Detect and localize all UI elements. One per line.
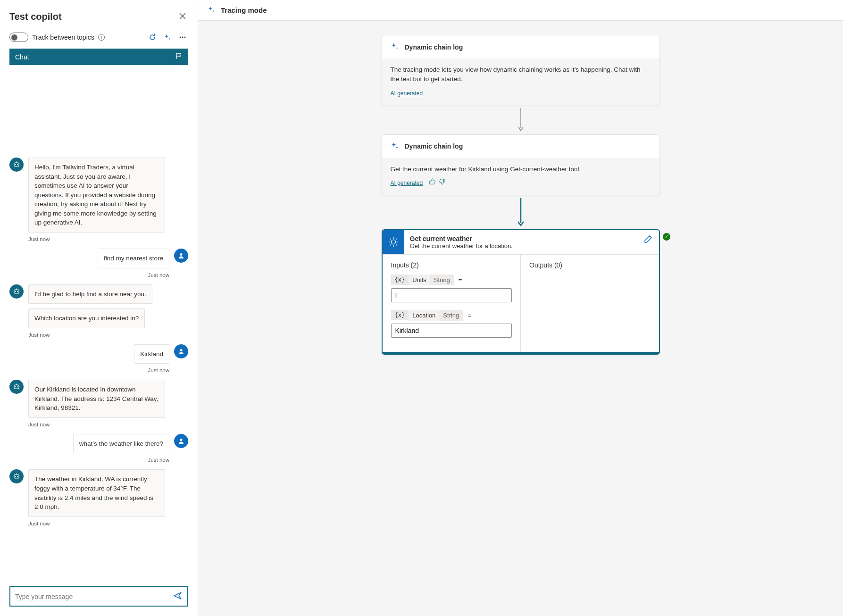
bot-bubble: I'd be glad to help find a store near yo… bbox=[28, 284, 152, 304]
user-message-row: what's the weather like there? bbox=[9, 434, 188, 454]
timestamp: Just now bbox=[9, 235, 188, 246]
svg-point-12 bbox=[180, 349, 183, 351]
sidebar-title: Test copilot bbox=[9, 11, 62, 22]
user-avatar-icon bbox=[174, 249, 188, 263]
flag-icon[interactable] bbox=[175, 52, 183, 61]
weather-icon bbox=[383, 230, 404, 254]
outputs-title: Outputs (0) bbox=[529, 261, 651, 269]
svg-line-30 bbox=[396, 245, 397, 246]
tool-subtitle: Get the current weather for a location. bbox=[410, 242, 632, 250]
chain-log-node[interactable]: Dynamic chain log The tracing mode lets … bbox=[382, 35, 660, 105]
svg-point-15 bbox=[17, 386, 18, 387]
timestamp: Just now bbox=[9, 366, 188, 377]
svg-line-32 bbox=[396, 239, 397, 240]
bot-message-row: Which location are you interested in? bbox=[9, 308, 188, 328]
connector-arrow bbox=[382, 195, 660, 229]
node-body-text: Get the current weather for Kirkland usi… bbox=[391, 165, 651, 174]
refresh-icon[interactable] bbox=[147, 32, 158, 43]
main-title: Tracing mode bbox=[221, 6, 267, 14]
ai-generated-link[interactable]: AI generated bbox=[391, 89, 423, 98]
more-icon[interactable] bbox=[177, 32, 188, 43]
svg-rect-18 bbox=[14, 474, 19, 478]
bot-message-row: Our Kirkland is located in downtown Kirk… bbox=[9, 380, 188, 418]
param-units: {x} Units String = bbox=[391, 275, 512, 302]
track-toggle[interactable] bbox=[9, 33, 28, 42]
user-bubble: what's the weather like there? bbox=[73, 434, 169, 454]
sparkle-icon bbox=[208, 6, 215, 15]
svg-rect-13 bbox=[14, 385, 19, 389]
chat-tab-label: Chat bbox=[15, 53, 29, 61]
variable-icon: {x} bbox=[391, 310, 409, 320]
bot-message-row: Hello, I'm Tailwind Traders, a virtual a… bbox=[9, 158, 188, 233]
timestamp: Just now bbox=[9, 271, 188, 282]
svg-point-5 bbox=[17, 164, 18, 165]
thumbs-down-icon[interactable] bbox=[439, 178, 445, 188]
chat-input[interactable] bbox=[15, 593, 173, 600]
sidebar-header: Test copilot bbox=[0, 0, 198, 29]
svg-line-29 bbox=[390, 239, 391, 240]
chat-tab[interactable]: Chat bbox=[9, 49, 188, 65]
send-icon[interactable] bbox=[173, 591, 183, 602]
variable-icon: {x} bbox=[391, 275, 409, 285]
svg-point-4 bbox=[15, 164, 16, 165]
timestamp: Just now bbox=[9, 520, 188, 530]
svg-point-7 bbox=[180, 253, 183, 256]
svg-line-31 bbox=[390, 245, 391, 246]
param-name: Location bbox=[409, 310, 439, 321]
chat-input-container bbox=[9, 586, 188, 607]
connector-arrow bbox=[382, 105, 660, 134]
thumbs-up-icon[interactable] bbox=[429, 178, 436, 188]
svg-point-0 bbox=[180, 37, 181, 38]
sparkle-icon bbox=[391, 42, 399, 52]
node-title: Dynamic chain log bbox=[405, 142, 463, 150]
ai-generated-link[interactable]: AI generated bbox=[391, 179, 423, 187]
location-input[interactable] bbox=[391, 324, 512, 338]
svg-point-1 bbox=[182, 37, 184, 38]
param-type: String bbox=[430, 275, 454, 285]
track-label: Track between topics bbox=[32, 33, 94, 41]
chain-log-node[interactable]: Dynamic chain log Get the current weathe… bbox=[382, 134, 660, 195]
sidebar-toolbar: Track between topics i bbox=[0, 29, 198, 49]
svg-point-14 bbox=[15, 386, 16, 387]
test-copilot-sidebar: Test copilot Track between topics i Chat bbox=[0, 0, 198, 616]
user-message-row: Kirkland bbox=[9, 344, 188, 364]
bot-avatar-icon bbox=[9, 380, 24, 394]
timestamp: Just now bbox=[9, 331, 188, 341]
info-icon[interactable]: i bbox=[98, 34, 105, 41]
edit-icon[interactable] bbox=[637, 230, 659, 254]
user-message-row: find my nearest store bbox=[9, 249, 188, 268]
chat-body[interactable]: Hello, I'm Tailwind Traders, a virtual a… bbox=[0, 65, 198, 583]
sparkle-icon[interactable] bbox=[162, 32, 173, 43]
svg-point-9 bbox=[15, 291, 16, 292]
equals-label: = bbox=[463, 310, 476, 321]
user-bubble: find my nearest store bbox=[98, 249, 169, 268]
user-bubble: Kirkland bbox=[134, 344, 169, 364]
units-input[interactable] bbox=[391, 288, 512, 302]
bot-avatar-icon bbox=[9, 284, 24, 299]
svg-rect-8 bbox=[14, 290, 19, 293]
success-badge-icon: ✓ bbox=[663, 233, 670, 241]
svg-point-10 bbox=[17, 291, 18, 292]
param-location: {x} Location String = bbox=[391, 310, 512, 338]
node-title: Dynamic chain log bbox=[405, 43, 463, 51]
svg-point-24 bbox=[391, 240, 395, 244]
svg-point-17 bbox=[180, 439, 183, 441]
tool-title: Get current weather bbox=[410, 235, 632, 242]
timestamp: Just now bbox=[9, 421, 188, 431]
inputs-title: Inputs (2) bbox=[391, 261, 512, 269]
user-avatar-icon bbox=[174, 344, 188, 358]
bot-bubble: The weather in Kirkland, WA is currently… bbox=[28, 469, 165, 516]
close-icon[interactable] bbox=[177, 9, 188, 24]
canvas[interactable]: Dynamic chain log The tracing mode lets … bbox=[198, 21, 843, 616]
bot-message-row: The weather in Kirkland, WA is currently… bbox=[9, 469, 188, 516]
main-header: Tracing mode bbox=[198, 0, 843, 21]
timestamp: Just now bbox=[9, 456, 188, 466]
svg-point-2 bbox=[184, 37, 186, 38]
equals-label: = bbox=[454, 275, 467, 285]
bot-bubble: Our Kirkland is located in downtown Kirk… bbox=[28, 380, 165, 418]
bot-avatar-icon bbox=[9, 158, 24, 172]
outputs-column: Outputs (0) bbox=[521, 255, 659, 352]
param-name: Units bbox=[409, 275, 430, 285]
svg-point-20 bbox=[17, 476, 18, 477]
tool-node[interactable]: ✓ Get current weather Get the current we… bbox=[382, 229, 660, 355]
